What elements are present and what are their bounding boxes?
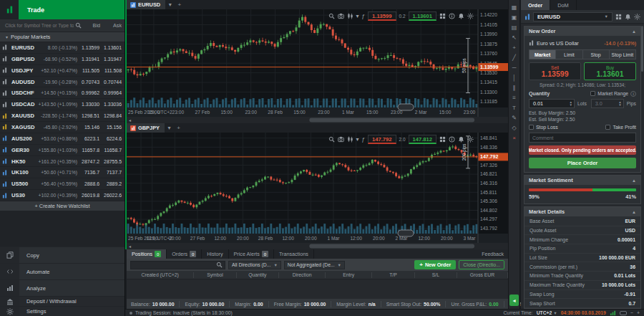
timeframe-icon[interactable]: ▾ <box>356 136 359 143</box>
templates-icon[interactable]: ▤ <box>509 22 519 32</box>
chart-info-icon[interactable] <box>449 13 455 19</box>
timeframe-icon[interactable]: ▾ <box>356 13 359 19</box>
chart-tab-gbpjpy[interactable]: GBPJPY <box>127 123 165 133</box>
market-range-stepper[interactable]: 3.0 ▲▼ <box>591 99 624 108</box>
sidebar-item-automate[interactable]: Automate <box>0 263 125 279</box>
chart-layout-icon[interactable] <box>439 13 446 19</box>
zoom-in-button[interactable]: + <box>637 310 640 315</box>
chart-settings-icon[interactable] <box>467 13 474 19</box>
zoom-icon[interactable] <box>328 13 335 19</box>
shapes-icon[interactable]: ◇ <box>509 123 519 133</box>
aggregation-filter-dropdown[interactable]: Not Aggregated (De...▼ <box>284 261 345 269</box>
new-order-button[interactable]: + New Order <box>414 260 456 269</box>
collapse-icon[interactable]: ▲ <box>632 29 636 34</box>
column-header[interactable]: S/L <box>415 272 457 278</box>
watchlist-row-usdcad[interactable]: USDCAD +143.50 (+1.09%) 1.33030 1.33036 <box>0 99 125 110</box>
watchlist-row-usdchf[interactable]: USDCHF +14.50 (+0.15%) 0.99962 0.99964 <box>0 87 125 99</box>
dom-icon[interactable] <box>615 14 622 20</box>
create-watchlist-button[interactable]: + Create New Watchlist <box>0 201 125 211</box>
column-header[interactable]: T/P <box>372 272 414 278</box>
market-range-checkbox[interactable] <box>590 91 595 96</box>
watchlist-row-ger30[interactable]: GER30 +155.80 (+1.03%) 11657.8 11658.7 <box>0 145 125 156</box>
column-header[interactable]: Created (UTC+2) <box>127 272 194 278</box>
chart-type-icon[interactable] <box>347 13 353 19</box>
watchlist-row-us30[interactable]: US30 +102.00 (+0.39%) 26019.8 26022.6 <box>0 190 125 201</box>
watchlist-row-uk100[interactable]: UK100 +50.60 (+0.71%) 7136.7 7137.7 <box>0 167 125 178</box>
dock-search-input[interactable] <box>133 262 216 268</box>
delete-drawings-icon[interactable]: × <box>509 133 519 143</box>
zoom-icon[interactable] <box>328 136 335 143</box>
chart-alerts-icon[interactable] <box>458 136 464 143</box>
new-chart-button[interactable]: + <box>174 123 183 133</box>
vertical-line-icon[interactable]: │ <box>509 72 519 82</box>
tab-transactions[interactable]: Transactions <box>274 249 314 259</box>
chart-tab-eurusd[interactable]: EURUSD <box>127 0 165 9</box>
fibonacci-icon[interactable]: ≡ <box>509 92 519 102</box>
snapshot-icon[interactable] <box>338 13 344 19</box>
layout-grid-icon[interactable]: ▦ <box>509 2 519 12</box>
symbol-selector[interactable]: EURUSD ▼ <box>533 12 613 21</box>
timezone-selector[interactable]: UTC+2 ▼ <box>537 310 557 315</box>
sidebar-item-settings[interactable]: Settings <box>0 306 125 316</box>
symbol-search-input[interactable] <box>4 22 75 29</box>
price-chart-gbpjpy[interactable]: 25 Feb 2019, UTC+212:0020:0027 Feb12:002… <box>127 133 508 249</box>
watchlist-row-gbpusd[interactable]: GBPUSD -68.90 (-0.52%) 1.31941 1.31947 <box>0 54 125 65</box>
snapshot-icon[interactable] <box>338 136 344 143</box>
tab-history[interactable]: History <box>202 249 228 259</box>
feedback-link[interactable]: Feedback <box>477 249 508 259</box>
horizontal-line-icon[interactable]: ─ <box>509 62 519 72</box>
toolbar-buy-price[interactable]: 1.13601 <box>409 11 436 21</box>
new-chart-button[interactable]: + <box>175 0 184 9</box>
sidebar-item-deposit-withdrawal[interactable]: Deposit / Withdrawal <box>0 296 125 306</box>
column-header[interactable]: Entry <box>326 272 372 278</box>
alerts-icon[interactable] <box>625 14 631 20</box>
place-order-button[interactable]: Place Order <box>529 158 636 168</box>
tab-positions[interactable]: Positions0 <box>127 249 167 259</box>
watchlist-row-eurusd[interactable]: EURUSD 8.00 (-0.13%) 1.13599 1.13601 <box>0 42 125 54</box>
column-header[interactable]: Gross EUR <box>457 272 508 278</box>
chart-type-icon[interactable] <box>347 136 353 143</box>
watchlist-row-xauusd[interactable]: XAUUSD -228.50 (-1.74%) 1298.51 1298.84 <box>0 110 125 122</box>
chart-tab-menu-icon[interactable]: ▾ <box>165 123 174 133</box>
toolbar-sell-price[interactable]: 1.13599 <box>368 11 396 21</box>
crosshair-icon[interactable]: + <box>509 42 519 52</box>
watchlist-row-usdjpy[interactable]: USDJPY +52.10 (+0.47%) 111.505 111.508 <box>0 65 125 77</box>
column-header[interactable]: Symbol <box>194 272 236 278</box>
watchlist-row-audusd[interactable]: AUDUSD -19.90 (-0.28%) 0.70743 0.70744 <box>0 77 125 88</box>
comment-input[interactable] <box>529 133 636 143</box>
dock-search-box[interactable] <box>130 261 225 269</box>
chartshot-icon[interactable]: ▣ <box>509 12 519 22</box>
indicators-icon[interactable]: ƒ <box>362 136 365 143</box>
price-chart-eurusd[interactable]: 25 Feb 2019, UTC+215:0023:0027 Feb15:002… <box>127 9 508 123</box>
tab-order[interactable]: Order <box>521 0 550 10</box>
zoom-out-button[interactable]: − <box>630 310 633 315</box>
sidebar-item-analyze[interactable]: Analyze <box>0 279 125 296</box>
indicators-icon[interactable]: ƒ <box>362 13 365 19</box>
watchlist-group-header[interactable]: ▾ Popular Markets <box>0 32 125 42</box>
order-type-limit[interactable]: Limit <box>556 50 582 59</box>
tab-price-alerts[interactable]: Price Alerts0 <box>229 249 274 259</box>
scrollbar[interactable] <box>641 26 643 72</box>
tab-orders[interactable]: Orders0 <box>167 249 202 259</box>
column-header[interactable]: Quantity <box>237 272 279 278</box>
quantity-stepper[interactable]: 0.01 ▲▼ <box>529 99 575 108</box>
settings-icon[interactable] <box>634 14 640 20</box>
order-type-stop-limit[interactable]: Stop Limit <box>610 50 635 59</box>
sell-button[interactable]: Sell 1.13599 <box>529 62 581 80</box>
direction-filter-dropdown[interactable]: All Directions (D...▼ <box>228 261 281 269</box>
toolbar-buy-price[interactable]: 147.812 <box>409 135 436 144</box>
panel-collapse-icon[interactable]: ◂ <box>509 295 519 306</box>
watchlist-row-aus200[interactable]: AUS200 +53.00 (+0.86%) 6223.1 6224.6 <box>0 133 125 145</box>
buy-button[interactable]: Buy 1.13601 <box>584 62 636 80</box>
close-positions-button[interactable]: Close (Directio... <box>459 260 504 269</box>
chart-info-icon[interactable] <box>449 136 455 143</box>
order-type-stop[interactable]: Stop <box>583 50 610 59</box>
search-icon[interactable] <box>75 22 82 29</box>
channel-icon[interactable]: ∥ <box>509 82 519 92</box>
sidebar-item-copy[interactable]: Copy <box>0 246 125 263</box>
watchlist-row-hk50[interactable]: HK50 +161.20 (+0.35%) 28747.2 28755.5 <box>0 156 125 168</box>
chart-layout-icon[interactable] <box>439 136 446 143</box>
chart-tab-menu-icon[interactable]: ▾ <box>165 0 175 9</box>
text-tool-icon[interactable]: T <box>509 102 519 112</box>
watchlist-row-xagusd[interactable]: XAGUSD -45.80 (-2.92%) 15.146 15.156 <box>0 122 125 133</box>
